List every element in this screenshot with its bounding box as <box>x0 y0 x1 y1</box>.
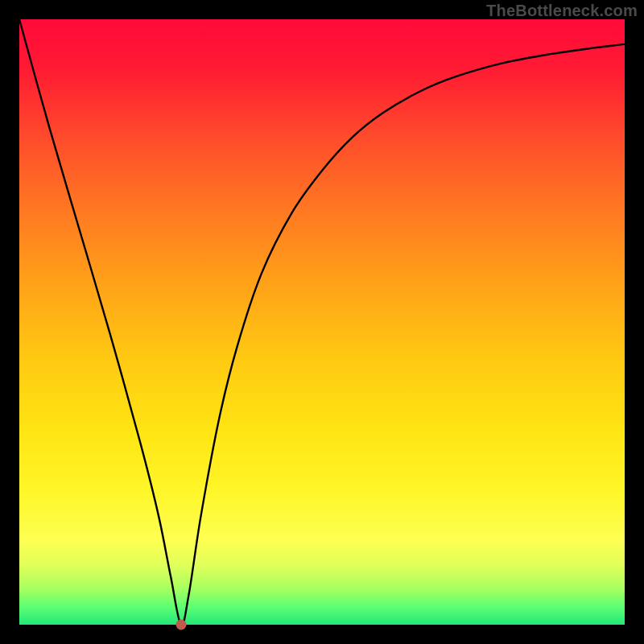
plot-area <box>19 19 625 625</box>
watermark-text: TheBottleneck.com <box>486 2 638 20</box>
bottleneck-curve <box>19 19 625 625</box>
optimal-point-marker <box>175 620 186 630</box>
